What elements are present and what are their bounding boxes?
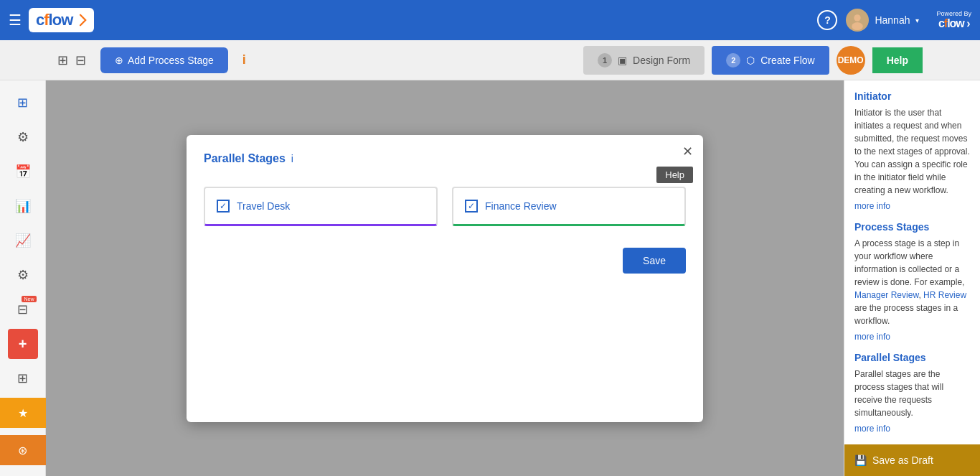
svg-point-3 — [852, 22, 864, 30]
stage-card-travel-desk: ✓ Travel Desk — [204, 187, 438, 226]
parallel-stages-more-info[interactable]: more info — [854, 424, 970, 434]
save-draft-icon: 💾 — [854, 454, 867, 466]
stage1-label: Travel Desk — [237, 200, 290, 212]
process-icon-2[interactable]: ⊟ — [75, 52, 86, 68]
add-process-button[interactable]: ⊕ Add Process Stage — [100, 47, 228, 73]
sidebar-item-yellow[interactable]: ★ — [0, 398, 46, 428]
step2-icon: ⬡ — [746, 55, 755, 66]
save-draft-label: Save as Draft — [872, 454, 933, 466]
stage2-checkbox[interactable]: ✓ — [465, 200, 478, 213]
modal-info-icon[interactable]: i — [291, 153, 293, 164]
sidebar-item-settings[interactable]: ⚙ — [8, 122, 38, 152]
content-area: Parallel Stages i ✕ Help ✓ Travel Desk ✓… — [46, 80, 844, 476]
toolbar: ⊞ ⊟ ⊕ Add Process Stage i 1 ▣ Design For… — [0, 40, 980, 80]
modal-stages: ✓ Travel Desk ✓ Finance Review — [204, 187, 686, 226]
main-layout: ⊞ ⚙ 📅 📊 📈 ⚙ New ⊟ + ⊞ ★ ⊛ Parallel Stage… — [0, 80, 980, 476]
initiator-title: Initiator — [854, 90, 970, 102]
process-stages-desc: A process stage is a step in your workfl… — [854, 237, 970, 327]
sidebar-item-table[interactable]: ⊞ — [8, 363, 38, 393]
step2-label: Create Flow — [760, 55, 814, 66]
info-icon[interactable]: i — [242, 52, 246, 67]
right-panel: Initiator Initiator is the user that ini… — [844, 80, 980, 476]
sidebar-item-chart[interactable]: 📊 — [8, 191, 38, 221]
step1-icon: ▣ — [618, 55, 627, 66]
powered-by-text: Powered By — [936, 10, 971, 17]
save-draft-button[interactable]: 💾 Save as Draft — [844, 444, 980, 476]
process-stages-more-info[interactable]: more info — [854, 332, 970, 342]
chevron-down-icon: ▾ — [915, 17, 919, 24]
header-right: ? Hannah ▾ Powered By cflow › — [817, 9, 971, 32]
username: Hannah — [875, 14, 910, 26]
powered-logo: cflow › — [938, 17, 970, 30]
logo: cflow — [29, 8, 94, 32]
add-process-icon: ⊕ — [115, 55, 123, 66]
add-process-label: Add Process Stage — [128, 55, 214, 66]
sidebar-item-calendar[interactable]: 📅 — [8, 157, 38, 187]
step2-button[interactable]: 2 ⬡ Create Flow — [712, 46, 829, 75]
process-stages-title: Process Stages — [854, 221, 970, 233]
sidebar-item-dashboard[interactable]: ⊞ — [8, 88, 38, 118]
parallel-stages-title: Parallel Stages — [854, 352, 970, 363]
initiator-desc: Initiator is the user that initiates a r… — [854, 106, 970, 197]
sidebar-item-gear[interactable]: ⚙ — [8, 260, 38, 290]
step2-number: 2 — [726, 53, 740, 67]
help-button[interactable]: Help — [872, 47, 923, 73]
toolbar-left: ⊞ ⊟ — [57, 52, 86, 68]
sidebar-add-button[interactable]: + — [8, 329, 38, 359]
process-icon-1[interactable]: ⊞ — [57, 52, 68, 68]
stage2-label: Finance Review — [485, 200, 557, 212]
stage-card-finance-review: ✓ Finance Review — [452, 187, 686, 226]
parallel-stages-desc: Parallel stages are the process stages t… — [854, 368, 970, 419]
powered-by: Powered By cflow › — [936, 10, 971, 30]
modal-help-button[interactable]: Help — [656, 167, 693, 183]
menu-icon[interactable]: ☰ — [9, 11, 22, 29]
modal-header: Parallel Stages i — [204, 152, 686, 165]
new-badge-label: New — [22, 296, 36, 302]
toolbar-steps: 1 ▣ Design Form 2 ⬡ Create Flow DEMO Hel… — [583, 46, 923, 75]
modal-close-button[interactable]: ✕ — [682, 145, 693, 158]
sidebar-item-new[interactable]: New ⊟ — [8, 294, 38, 325]
avatar — [846, 9, 869, 32]
modal-footer: Save — [204, 248, 686, 274]
svg-point-2 — [854, 14, 861, 21]
sidebar-item-analytics[interactable]: 📈 — [8, 225, 38, 256]
modal-overlay: Parallel Stages i ✕ Help ✓ Travel Desk ✓… — [46, 80, 844, 476]
step1-number: 1 — [598, 53, 612, 67]
demo-badge: DEMO — [837, 46, 865, 75]
modal-save-button[interactable]: Save — [623, 248, 686, 274]
initiator-more-info[interactable]: more info — [854, 201, 970, 211]
sidebar-item-orange[interactable]: ⊛ — [0, 435, 46, 465]
stage1-checkbox[interactable]: ✓ — [217, 200, 230, 213]
logo-text: cflow — [36, 11, 72, 29]
step1-label: Design Form — [633, 55, 690, 66]
help-circle-icon[interactable]: ? — [817, 10, 837, 30]
user-dropdown[interactable]: Hannah ▾ — [846, 9, 919, 32]
modal-title: Parallel Stages — [204, 152, 286, 165]
step1-button[interactable]: 1 ▣ Design Form — [583, 46, 705, 75]
left-sidebar: ⊞ ⚙ 📅 📊 📈 ⚙ New ⊟ + ⊞ ★ ⊛ — [0, 80, 46, 476]
modal: Parallel Stages i ✕ Help ✓ Travel Desk ✓… — [187, 135, 703, 422]
header: ☰ cflow ? Hannah ▾ Powered By cflow › — [0, 0, 980, 40]
logo-icon — [74, 14, 87, 27]
